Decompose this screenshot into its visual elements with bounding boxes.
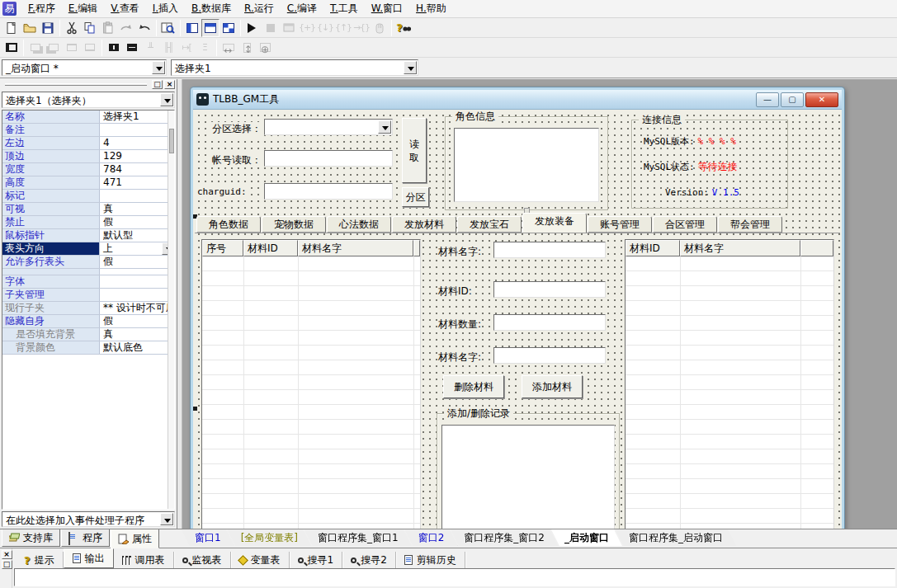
maximize-button[interactable]: ▢ bbox=[781, 92, 804, 107]
space-across-icon[interactable]: ↦[ bbox=[177, 39, 196, 57]
property-value[interactable] bbox=[100, 190, 174, 202]
property-label[interactable]: 背景颜色 bbox=[2, 341, 100, 354]
form-designer-icon[interactable] bbox=[2, 39, 21, 57]
property-label[interactable]: 字体 bbox=[2, 275, 100, 288]
run-icon[interactable] bbox=[243, 19, 262, 37]
tab-guild-manage[interactable]: 帮会管理 bbox=[718, 216, 782, 233]
material-list-table[interactable]: 序号 材料ID 材料名字 bbox=[201, 239, 421, 529]
cut-icon[interactable] bbox=[63, 19, 81, 37]
chevron-down-icon[interactable] bbox=[160, 513, 173, 525]
code-tab-global-variables[interactable]: [全局变量表] bbox=[228, 529, 311, 546]
chevron-down-icon[interactable] bbox=[404, 61, 417, 74]
form-title-bar[interactable]: TLBB_GM工具 — ▢ ✕ bbox=[193, 90, 842, 110]
view-split-panes-icon[interactable] bbox=[220, 19, 238, 37]
tab-watch-table[interactable]: 监视表 bbox=[174, 552, 231, 568]
code-tab-program-set-startup[interactable]: 窗口程序集_启动窗口 bbox=[616, 529, 736, 546]
run-to-cursor-icon[interactable]: →{} bbox=[352, 19, 371, 37]
property-label[interactable]: 左边 bbox=[2, 137, 100, 149]
designed-form-window[interactable]: TLBB_GM工具 — ▢ ✕ 分区选择： 帐号读取： charguid: 读 … bbox=[191, 87, 844, 529]
column-header[interactable]: 序号 bbox=[202, 240, 243, 256]
chevron-down-icon[interactable] bbox=[378, 120, 391, 134]
column-header[interactable]: 材料名字 bbox=[680, 240, 800, 256]
selection-handle[interactable] bbox=[193, 407, 197, 411]
material-name2-input[interactable] bbox=[493, 347, 606, 364]
zone-button[interactable]: 分区 bbox=[402, 187, 429, 207]
paste-icon[interactable] bbox=[99, 19, 117, 37]
material-name-input[interactable] bbox=[493, 242, 606, 258]
tab-support-library[interactable]: 支持库 bbox=[2, 529, 60, 547]
menu-item-database[interactable]: B.数据库 bbox=[185, 0, 238, 17]
copy-icon[interactable] bbox=[81, 19, 99, 37]
property-value[interactable]: 129 bbox=[100, 150, 174, 162]
menu-item-compile[interactable]: C.编译 bbox=[281, 0, 323, 17]
tab-give-gem[interactable]: 发放宝石 bbox=[457, 216, 522, 233]
menu-item-tools[interactable]: T.工具 bbox=[323, 0, 365, 17]
new-file-icon[interactable] bbox=[2, 19, 21, 37]
tab-hints[interactable]: ?提示 bbox=[16, 552, 64, 568]
pause-hand-icon[interactable] bbox=[371, 19, 389, 37]
role-info-listbox[interactable] bbox=[454, 128, 599, 202]
tab-program[interactable]: 程序 bbox=[61, 529, 110, 547]
material-id-input[interactable] bbox=[493, 281, 606, 298]
panel-close-icon[interactable]: × bbox=[2, 550, 12, 559]
menu-item-window[interactable]: W.窗口 bbox=[365, 0, 409, 17]
property-label[interactable]: 可视 bbox=[2, 203, 100, 215]
property-value[interactable] bbox=[100, 124, 174, 136]
chevron-down-icon[interactable] bbox=[160, 93, 173, 106]
same-size-icon[interactable]: ⊕ bbox=[256, 39, 274, 57]
property-value[interactable]: 784 bbox=[100, 163, 174, 176]
stop-icon[interactable] bbox=[262, 19, 280, 37]
property-scrollbar[interactable] bbox=[168, 111, 174, 509]
align-middle-icon[interactable]: ╨ bbox=[141, 39, 159, 57]
same-width-icon[interactable]: ↔ bbox=[220, 39, 238, 57]
property-value[interactable] bbox=[100, 275, 174, 288]
save-file-icon[interactable] bbox=[39, 19, 57, 37]
help-search-icon[interactable]: ? bbox=[394, 19, 413, 37]
property-value[interactable]: 默认型 bbox=[100, 229, 174, 242]
view-top-pane-icon[interactable] bbox=[201, 19, 220, 37]
property-label[interactable]: 允许多行表头 bbox=[2, 256, 100, 268]
property-value[interactable]: 471 bbox=[100, 176, 174, 189]
step-out-icon[interactable]: {↑} bbox=[334, 19, 352, 37]
column-header[interactable]: 材料ID bbox=[243, 240, 298, 256]
control-selector-dropdown[interactable]: 选择夹1 bbox=[171, 59, 418, 76]
tab-clip-history[interactable]: 剪辑历史 bbox=[396, 552, 465, 568]
chevron-down-icon[interactable] bbox=[152, 61, 165, 74]
code-tab-program-set-window1[interactable]: 窗口程序集_窗口1 bbox=[305, 529, 412, 546]
close-button[interactable]: ✕ bbox=[805, 92, 838, 107]
record-log-box[interactable] bbox=[441, 425, 615, 529]
property-value[interactable]: 假 bbox=[100, 216, 174, 228]
panel-close-icon[interactable]: × bbox=[164, 80, 175, 89]
tab-account-manage[interactable]: 账号管理 bbox=[588, 216, 652, 233]
tab-role-data[interactable]: 角色数据 bbox=[196, 216, 261, 233]
table-body[interactable] bbox=[202, 256, 420, 529]
tab-give-equipment[interactable]: 发放装备 bbox=[522, 213, 587, 233]
table-body[interactable] bbox=[626, 256, 833, 529]
property-value[interactable]: 假 bbox=[100, 315, 174, 327]
debug-window-icon[interactable] bbox=[280, 19, 298, 37]
code-tab-window2[interactable]: 窗口2 bbox=[405, 529, 458, 546]
align-distribute-icon[interactable]: ╟╢ bbox=[159, 39, 177, 57]
property-value[interactable]: 上 bbox=[100, 242, 174, 255]
center-horizontal-icon[interactable] bbox=[105, 39, 123, 57]
view-left-pane-icon[interactable] bbox=[183, 19, 201, 37]
account-input[interactable] bbox=[264, 150, 393, 167]
tab-give-material[interactable]: 发放材料 bbox=[392, 216, 456, 233]
property-label[interactable]: 顶边 bbox=[2, 150, 100, 162]
property-value[interactable]: 真 bbox=[100, 203, 174, 215]
read-button[interactable]: 读 取 bbox=[402, 118, 427, 183]
code-tab-program-set-window2[interactable]: 窗口程序集_窗口2 bbox=[451, 529, 558, 546]
step-into-icon[interactable]: {↓} bbox=[316, 19, 334, 37]
drag-grip[interactable] bbox=[5, 83, 147, 86]
property-label[interactable]: 宽度 bbox=[2, 163, 100, 176]
property-label[interactable]: 表头方向 bbox=[2, 242, 100, 255]
tab-pet-data[interactable]: 宠物数据 bbox=[262, 216, 326, 233]
center-vertical-icon[interactable] bbox=[123, 39, 141, 57]
zone-select-dropdown[interactable] bbox=[264, 119, 393, 135]
add-material-button[interactable]: 添加材料 bbox=[522, 375, 583, 398]
tab-xinfa-data[interactable]: 心法数据 bbox=[327, 216, 391, 233]
menu-item-help[interactable]: H.帮助 bbox=[409, 0, 453, 17]
property-label[interactable]: 标记 bbox=[2, 190, 100, 202]
menu-item-run[interactable]: R.运行 bbox=[238, 0, 281, 17]
property-panel-header[interactable]: □ × bbox=[0, 79, 177, 90]
